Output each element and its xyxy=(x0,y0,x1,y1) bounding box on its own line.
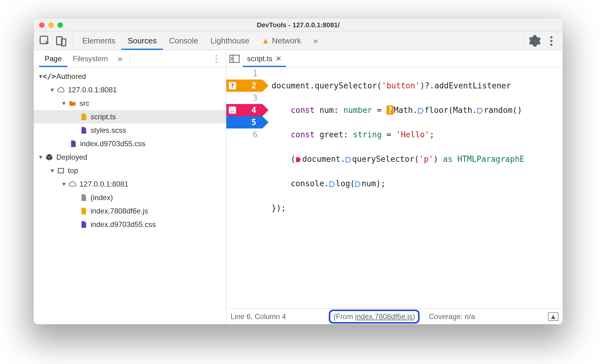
tree-host[interactable]: ▼ 127.0.0.1:8081 xyxy=(34,83,226,97)
tab-network-label: Network xyxy=(272,36,301,46)
tab-console[interactable]: Console xyxy=(163,32,204,50)
tree-deployed[interactable]: ▼ Deployed xyxy=(34,150,226,164)
tree-file-deployed-css[interactable]: index.d9703d55.css xyxy=(34,218,226,231)
column-marker-icon[interactable] xyxy=(355,181,361,187)
tree-file-index[interactable]: (index) xyxy=(34,191,226,204)
warning-icon: ▲ xyxy=(261,36,269,46)
gutter-line[interactable]: 3 xyxy=(226,92,257,104)
tabs-overflow[interactable]: » xyxy=(307,32,324,50)
tree-label: script.ts xyxy=(91,113,116,121)
navigator-toggle-icon[interactable] xyxy=(226,55,243,63)
logpoint-icon[interactable]: ‥ 4 xyxy=(226,104,262,116)
svg-point-5 xyxy=(550,43,553,46)
document-icon xyxy=(80,194,87,202)
column-marker-icon[interactable] xyxy=(329,181,335,187)
code-line[interactable]: const greet: string = 'Hello'; xyxy=(272,128,563,141)
tree-file-styles-scss[interactable]: styles.scss xyxy=(34,124,226,137)
navigator-tabs: Page Filesystem » ⋮ xyxy=(34,50,226,67)
column-marker-icon[interactable] xyxy=(345,157,351,163)
line-gutter[interactable]: 1 ? 2 3 ‥ 4 xyxy=(226,67,263,308)
show-drawer-icon[interactable]: ▲ xyxy=(548,312,558,321)
from-suffix: ) xyxy=(413,312,415,321)
editor-tab-script-ts[interactable]: script.ts ✕ xyxy=(243,50,286,67)
tree-label: index.d9703d55.css xyxy=(80,139,146,148)
close-tab-icon[interactable]: ✕ xyxy=(276,54,282,63)
cursor-position: Line 6, Column 4 xyxy=(231,312,286,321)
folder-icon xyxy=(69,99,76,107)
tree-label: top xyxy=(68,166,78,175)
tree-label: Deployed xyxy=(56,153,87,162)
svg-point-4 xyxy=(550,40,553,42)
gutter-line[interactable]: 5 xyxy=(226,116,257,128)
editor-body[interactable]: 1 ? 2 3 ‥ 4 xyxy=(226,67,563,308)
breakpoint-badge: ‥ xyxy=(229,106,236,114)
caret-down-icon: ▼ xyxy=(38,154,43,161)
inspect-icon[interactable] xyxy=(39,35,51,47)
settings-icon[interactable] xyxy=(528,35,541,47)
tab-elements[interactable]: Elements xyxy=(76,32,121,50)
navigator-tab-page[interactable]: Page xyxy=(39,50,67,67)
breakpoint-icon[interactable]: 5 xyxy=(226,116,262,128)
code-line[interactable]: const num: number = ?Math.floor(Math.ran… xyxy=(272,104,563,116)
tree-authored[interactable]: ▼ </> Authored xyxy=(34,70,226,83)
tab-lighthouse[interactable]: Lighthouse xyxy=(204,32,255,50)
gutter-line[interactable]: ? 2 xyxy=(226,80,257,92)
editor-tabs: script.ts ✕ xyxy=(226,50,563,67)
source-mapped-from[interactable]: (From index.7808df6e.js) xyxy=(329,310,420,324)
tree-host-deployed[interactable]: ▼ 127.0.0.1:8081 xyxy=(34,177,226,191)
devtools-tabstrip: Elements Sources Console Lighthouse ▲ Ne… xyxy=(34,32,563,50)
column-marker-icon[interactable] xyxy=(477,108,483,114)
tree-label: styles.scss xyxy=(91,126,126,135)
package-icon xyxy=(45,153,53,161)
code-area[interactable]: document.querySelector('button')?.addEve… xyxy=(263,67,563,308)
tree-label: 127.0.0.1:8081 xyxy=(68,86,117,94)
code-line[interactable]: console.log(num); xyxy=(272,177,563,190)
kebab-menu-icon[interactable] xyxy=(545,35,558,47)
titlebar: DevTools - 127.0.0.1:8081/ xyxy=(34,18,563,32)
gutter-line[interactable]: ‥ 4 xyxy=(226,104,257,116)
navigator-more-icon[interactable]: ⋮ xyxy=(212,54,226,64)
css-file-icon xyxy=(80,126,87,134)
js-file-icon xyxy=(80,113,87,121)
tab-network[interactable]: ▲ Network xyxy=(255,32,307,50)
js-file-icon xyxy=(80,207,87,215)
device-toggle-icon[interactable] xyxy=(55,35,68,47)
window-title: DevTools - 127.0.0.1:8081/ xyxy=(34,21,563,29)
code-line[interactable]: (document.querySelector('p') as HTMLPara… xyxy=(272,153,563,165)
coverage-status: Coverage: n/a xyxy=(429,312,475,321)
devtools-window: DevTools - 127.0.0.1:8081/ Elements Sour… xyxy=(34,18,563,324)
conditional-breakpoint-icon[interactable]: ? 2 xyxy=(226,80,262,92)
code-line[interactable]: document.querySelector('button')?.addEve… xyxy=(272,80,563,92)
column-marker-icon[interactable] xyxy=(295,157,302,163)
editor-pane: script.ts ✕ 1 ? 2 3 xyxy=(226,50,563,324)
inline-breakpoint-icon[interactable]: ? xyxy=(387,106,394,115)
code-icon: </> xyxy=(45,72,53,80)
navigator-tabs-overflow[interactable]: » xyxy=(113,54,127,64)
file-tree: ▼ </> Authored ▼ 127.0.0.1:8081 ▼ src xyxy=(34,67,226,324)
code-line[interactable]: }); xyxy=(272,202,563,214)
gutter-line[interactable]: 1 xyxy=(226,67,257,80)
frame-icon xyxy=(57,167,65,175)
tree-label: (index) xyxy=(91,193,113,202)
svg-point-3 xyxy=(550,36,553,38)
tree-folder-src[interactable]: ▼ src xyxy=(34,97,226,110)
caret-down-icon: ▼ xyxy=(61,181,67,188)
gutter-line[interactable]: 6 xyxy=(226,128,257,141)
tree-file-script-ts[interactable]: script.ts xyxy=(34,110,226,124)
editor-statusbar: Line 6, Column 4 (From index.7808df6e.js… xyxy=(226,308,563,324)
navigator-pane: Page Filesystem » ⋮ ▼ </> Authored ▼ xyxy=(34,50,226,324)
navigator-tab-filesystem[interactable]: Filesystem xyxy=(67,50,113,67)
tree-file-index-js[interactable]: index.7808df6e.js xyxy=(34,204,226,218)
tree-label: index.7808df6e.js xyxy=(91,207,148,215)
tree-label: index.d9703d55.css xyxy=(91,220,156,229)
source-map-link[interactable]: index.7808df6e.js xyxy=(355,312,413,321)
caret-down-icon: ▼ xyxy=(50,168,55,174)
tree-file-authored-css[interactable]: index.d9703d55.css xyxy=(34,137,226,150)
editor-tab-label: script.ts xyxy=(247,54,272,63)
svg-rect-6 xyxy=(58,168,63,173)
tree-top[interactable]: ▼ top xyxy=(34,164,226,177)
tab-sources[interactable]: Sources xyxy=(121,32,163,50)
breakpoint-badge: ? xyxy=(229,82,236,89)
column-marker-icon[interactable] xyxy=(418,108,424,114)
caret-down-icon: ▼ xyxy=(61,100,67,107)
